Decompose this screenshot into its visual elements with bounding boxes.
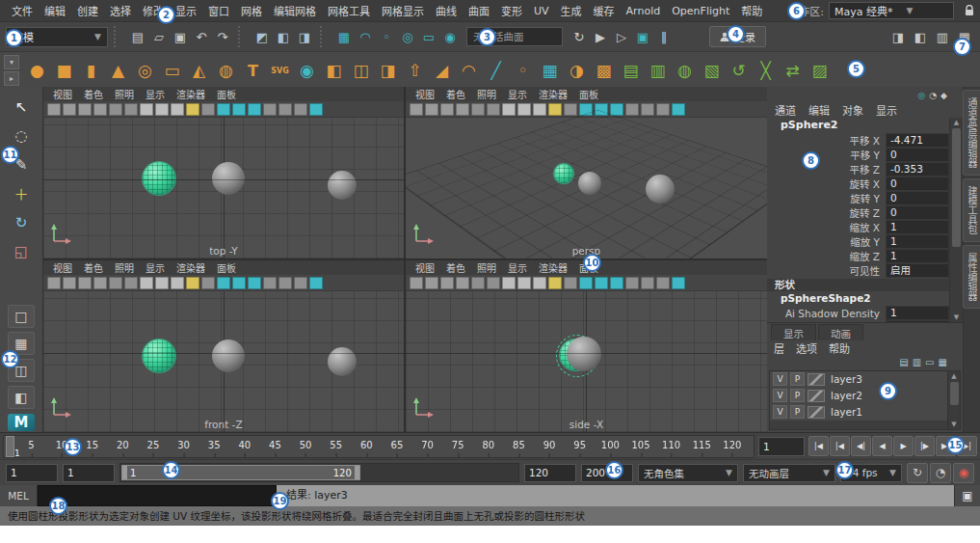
wireframe-mode-icon[interactable] bbox=[140, 103, 153, 116]
viewport-menu-item[interactable]: 照明 bbox=[109, 260, 140, 275]
channel-name[interactable]: Ai Shadow Density bbox=[767, 308, 886, 319]
sphere[interactable] bbox=[646, 175, 675, 204]
viewport-menu-item[interactable]: 着色 bbox=[440, 87, 471, 101]
poly-cylinder-icon[interactable]: ▮ bbox=[79, 58, 103, 83]
snap-to-curves-icon[interactable]: ◠ bbox=[356, 27, 375, 46]
viewport-canvas[interactable]: top -Y bbox=[43, 118, 404, 258]
bookmarks-icon[interactable] bbox=[93, 277, 107, 289]
layer-list-scrollbar[interactable]: ▲ ▼ bbox=[947, 371, 960, 429]
channel-name[interactable]: 旋转 X bbox=[767, 176, 886, 191]
command-input[interactable] bbox=[38, 485, 277, 506]
motion-blur-icon[interactable] bbox=[232, 103, 246, 116]
play-backwards-button[interactable]: ◀ bbox=[872, 436, 892, 456]
current-time-field[interactable]: 1 bbox=[758, 437, 805, 456]
step-back-one-frame-button[interactable]: ◀| bbox=[851, 436, 871, 456]
scrollbar-thumb[interactable] bbox=[952, 128, 961, 247]
viewport-menu-item[interactable]: 照明 bbox=[471, 260, 502, 275]
viewport-canvas[interactable]: front -Z bbox=[43, 291, 404, 432]
textured-mode-icon[interactable] bbox=[171, 103, 184, 116]
sphere[interactable] bbox=[212, 162, 245, 195]
sphere[interactable] bbox=[328, 347, 357, 376]
channel-value-field[interactable]: -0.353 bbox=[886, 162, 949, 176]
menu-item[interactable]: 文件 bbox=[6, 0, 39, 21]
two-d-pan-zoom-icon[interactable] bbox=[124, 277, 138, 289]
depth-of-field-icon[interactable] bbox=[263, 103, 277, 116]
render-frame-icon[interactable]: ▶ bbox=[591, 27, 610, 46]
viewport-menu-item[interactable]: 显示 bbox=[502, 260, 533, 275]
lock-camera-icon[interactable] bbox=[63, 277, 76, 289]
viewport-menu-item[interactable]: 视图 bbox=[47, 87, 78, 101]
layer-row[interactable]: V P layer2 bbox=[770, 388, 947, 404]
channel-name[interactable]: 缩放 Z bbox=[767, 249, 886, 263]
uv-automatic-map-icon[interactable]: ▧ bbox=[700, 58, 724, 83]
menu-item[interactable]: 曲线 bbox=[430, 0, 463, 21]
viewport-menu-item[interactable]: 照明 bbox=[471, 87, 502, 101]
shelf-options-icon[interactable]: ▸ bbox=[4, 71, 19, 86]
use-all-lights-icon[interactable] bbox=[548, 277, 562, 289]
make-object-live-icon[interactable]: ◉ bbox=[440, 27, 460, 46]
shadows-icon[interactable] bbox=[564, 277, 577, 289]
go-to-playback-start-button[interactable]: |◀ bbox=[808, 436, 829, 456]
workspace-selector[interactable]: 工作区: Maya 经典* ▼ bbox=[788, 2, 974, 19]
isolate-select-icon[interactable] bbox=[278, 277, 292, 289]
viewport-menu-item[interactable]: 着色 bbox=[78, 87, 109, 101]
target-weld-icon[interactable]: ◦ bbox=[511, 58, 535, 83]
viewport-menu-item[interactable]: 显示 bbox=[140, 87, 171, 101]
isolate-select-icon[interactable] bbox=[641, 277, 654, 289]
viewport-menu-item[interactable]: 视图 bbox=[410, 87, 440, 101]
toggle-attribute-editor-icon[interactable]: ◨ bbox=[888, 27, 908, 46]
viewport-menu-item[interactable]: 照明 bbox=[109, 87, 140, 101]
lock-camera-icon[interactable] bbox=[425, 103, 438, 116]
play-forwards-button[interactable]: ▶ bbox=[893, 436, 914, 456]
camera-attributes-icon[interactable] bbox=[440, 103, 454, 116]
poly-pyramid-icon[interactable]: ◭ bbox=[187, 58, 211, 83]
menu-item[interactable]: 编辑 bbox=[39, 0, 71, 21]
camera-attributes-icon[interactable] bbox=[78, 103, 92, 116]
uv-contour-stretch-icon[interactable]: ↺ bbox=[727, 58, 751, 83]
channel-value-field[interactable]: 1 bbox=[886, 306, 949, 320]
channel-name[interactable]: 平移 Y bbox=[767, 148, 886, 162]
textured-mode-icon[interactable] bbox=[533, 103, 546, 116]
viewport-menu-item[interactable]: 着色 bbox=[78, 260, 109, 275]
bookmarks-icon[interactable] bbox=[456, 103, 469, 116]
save-scene-icon[interactable]: ▣ bbox=[171, 27, 190, 46]
toolbar-separator[interactable] bbox=[238, 26, 247, 47]
smooth-mesh-icon[interactable]: ◉ bbox=[295, 58, 319, 83]
animation-start-field[interactable]: 1 bbox=[6, 464, 58, 482]
bevel-icon[interactable]: ◢ bbox=[430, 58, 454, 83]
menu-item[interactable]: Arnold bbox=[621, 2, 667, 20]
move-layer-down-icon[interactable]: ▥ bbox=[913, 357, 921, 367]
uv-spherical-map-icon[interactable]: ◍ bbox=[673, 58, 697, 83]
combine-icon[interactable]: ◫ bbox=[349, 58, 373, 83]
viewport-menu-item[interactable]: 显示 bbox=[140, 260, 171, 275]
channel-box-manipulator-icon[interactable]: ◎ bbox=[917, 91, 925, 100]
animation-preferences-icon[interactable]: ◔ bbox=[930, 463, 951, 483]
sidebar-tab[interactable]: 通道盒/层编辑器 bbox=[963, 90, 980, 176]
viewport-canvas[interactable]: persp bbox=[406, 118, 767, 258]
shelf-tabs-menu-icon[interactable]: ▾ bbox=[4, 55, 19, 69]
anti-aliasing-icon[interactable] bbox=[610, 103, 623, 116]
use-all-lights-icon[interactable] bbox=[548, 103, 562, 116]
exposure-icon[interactable] bbox=[672, 277, 685, 289]
menu-item[interactable]: 网格 bbox=[235, 0, 268, 21]
layer-playback-toggle[interactable]: P bbox=[790, 372, 805, 386]
viewport-persp[interactable]: 视图着色照明显示渲染器面板 persp bbox=[406, 87, 767, 258]
shadows-icon[interactable] bbox=[201, 277, 215, 289]
uv-sew-icon[interactable]: ⇄ bbox=[781, 58, 805, 83]
layer-name[interactable]: layer3 bbox=[828, 373, 862, 385]
menu-item[interactable]: 曲面 bbox=[463, 0, 495, 21]
loop-toggle-icon[interactable]: ↻ bbox=[907, 463, 928, 483]
exposure-icon[interactable] bbox=[309, 277, 323, 289]
multi-cut-icon[interactable]: ╱ bbox=[484, 58, 508, 83]
ipr-render-icon[interactable]: ▷ bbox=[612, 27, 631, 46]
shadows-icon[interactable] bbox=[201, 103, 215, 116]
scroll-down-icon[interactable]: ▼ bbox=[954, 312, 959, 322]
layer-name[interactable]: layer2 bbox=[828, 390, 862, 401]
scrollbar-thumb[interactable] bbox=[950, 382, 959, 405]
menu-item[interactable]: 窗口 bbox=[202, 0, 235, 21]
channel-box-menu-item[interactable]: 通道 bbox=[775, 102, 796, 118]
lock-camera-icon[interactable] bbox=[425, 277, 438, 289]
channel-value-field[interactable]: 1 bbox=[886, 220, 949, 234]
shaded-mode-icon[interactable] bbox=[155, 103, 169, 116]
x-ray-icon[interactable] bbox=[656, 277, 670, 289]
